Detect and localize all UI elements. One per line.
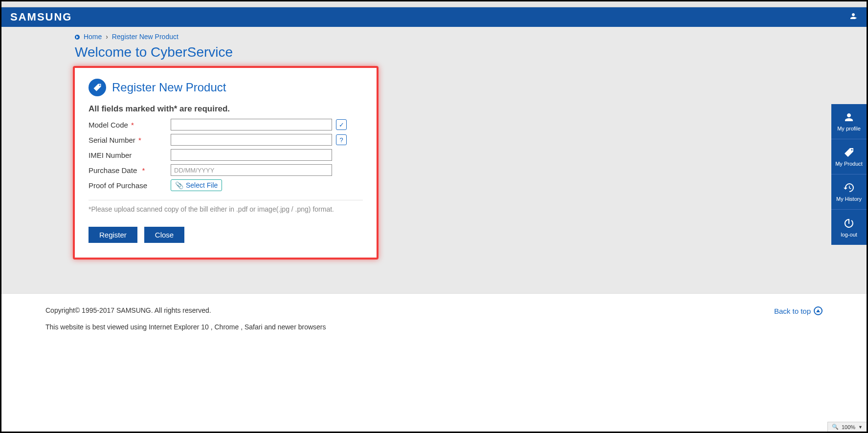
page-footer: Copyright© 1995-2017 SAMSUNG. All rights… <box>1 293 867 349</box>
breadcrumb: Home › Register New Product <box>1 27 867 43</box>
zoom-level: 100% <box>842 424 855 430</box>
zoom-dropdown-icon[interactable]: ▼ <box>858 425 863 430</box>
footer-browser-note: This website is best viewed using Intern… <box>45 323 823 331</box>
model-code-label: Model Code * <box>89 121 171 129</box>
panel-title: Register New Product <box>112 81 226 94</box>
user-account-icon[interactable] <box>849 12 858 23</box>
side-my-history[interactable]: My History <box>831 174 867 210</box>
panel-button-row: Register Close <box>89 227 363 243</box>
up-arrow-icon <box>814 306 823 315</box>
close-button[interactable]: Close <box>144 227 184 243</box>
side-my-product[interactable]: My Product <box>831 139 867 174</box>
back-to-top-label: Back to top <box>774 307 811 315</box>
serial-number-help-icon[interactable]: ? <box>336 134 347 145</box>
breadcrumb-home-link[interactable]: Home <box>84 33 102 41</box>
register-button[interactable]: Register <box>89 227 137 243</box>
footer-copyright: Copyright© 1995-2017 SAMSUNG. All rights… <box>45 306 823 314</box>
zoom-icon[interactable]: 🔍 <box>832 424 839 430</box>
serial-number-label: Serial Number * <box>89 136 171 144</box>
purchase-date-input[interactable] <box>171 164 332 176</box>
select-file-label: Select File <box>186 181 218 189</box>
imei-number-label: IMEI Number <box>89 151 171 159</box>
window-top-strip <box>1 1 867 7</box>
model-code-row: Model Code * ✓ <box>89 119 363 130</box>
side-my-profile[interactable]: My profile <box>831 104 867 139</box>
panel-header: Register New Product <box>89 79 363 96</box>
power-icon <box>843 217 855 229</box>
browser-status-bar: 🔍 100% ▼ <box>827 422 867 432</box>
purchase-date-label: Purchase Date * <box>89 166 171 174</box>
select-file-button[interactable]: 📎 Select File <box>171 179 222 191</box>
side-my-profile-label: My profile <box>837 126 861 131</box>
history-icon <box>843 182 855 194</box>
page-title: Welcome to CyberService <box>1 43 867 66</box>
breadcrumb-bullet-icon <box>75 35 80 40</box>
proof-of-purchase-row: Proof of Purchase 📎 Select File <box>89 179 363 191</box>
tag-icon <box>89 79 106 96</box>
serial-number-row: Serial Number * ? <box>89 134 363 146</box>
main-content: Home › Register New Product Welcome to C… <box>1 27 867 293</box>
imei-number-input[interactable] <box>171 149 332 161</box>
side-logout[interactable]: log-out <box>831 210 867 245</box>
imei-number-row: IMEI Number <box>89 149 363 161</box>
side-rail: My profile My Product My History log-out <box>831 104 867 245</box>
breadcrumb-separator: › <box>106 33 108 41</box>
register-product-panel: Register New Product All fields marked w… <box>73 66 378 260</box>
required-fields-note: All fields marked with* are required. <box>89 104 363 114</box>
samsung-logo: SAMSUNG <box>10 11 72 23</box>
breadcrumb-current: Register New Product <box>112 33 178 41</box>
model-code-input[interactable] <box>171 119 332 130</box>
side-my-product-label: My Product <box>835 161 863 167</box>
upload-note: *Please upload scanned copy of the bill … <box>89 205 363 213</box>
tag-icon <box>843 147 855 158</box>
side-logout-label: log-out <box>841 232 857 238</box>
model-code-check-icon[interactable]: ✓ <box>336 119 347 130</box>
serial-number-input[interactable] <box>171 134 332 146</box>
proof-of-purchase-label: Proof of Purchase <box>89 181 171 190</box>
paperclip-icon: 📎 <box>175 181 183 189</box>
side-my-history-label: My History <box>836 196 862 202</box>
back-to-top-link[interactable]: Back to top <box>774 306 823 315</box>
app-header: SAMSUNG <box>1 7 867 27</box>
purchase-date-row: Purchase Date * <box>89 164 363 176</box>
panel-divider <box>89 200 363 200</box>
person-icon <box>843 111 855 123</box>
